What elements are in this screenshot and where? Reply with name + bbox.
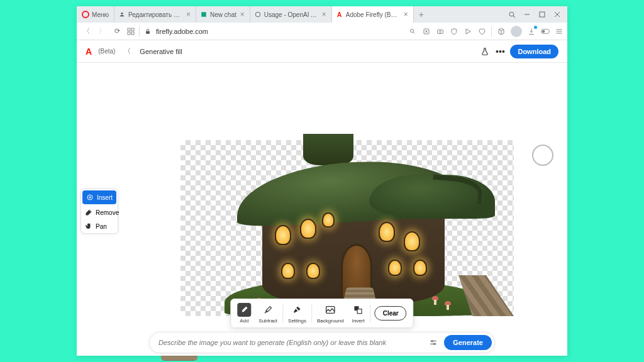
- svg-rect-12: [131, 32, 134, 35]
- browser-menu-button[interactable]: Меню: [77, 6, 114, 23]
- svg-line-15: [413, 32, 415, 34]
- prompt-settings-icon[interactable]: [428, 337, 439, 348]
- more-options-icon[interactable]: •••: [495, 47, 505, 57]
- shield-icon[interactable]: [450, 27, 458, 36]
- svg-rect-13: [146, 31, 150, 33]
- heart-icon[interactable]: [477, 27, 486, 36]
- find-icon[interactable]: [408, 27, 417, 36]
- svg-line-4: [513, 16, 515, 18]
- work-area: Insert Remove Pan: [77, 63, 567, 356]
- brush-label: Invert: [352, 318, 365, 324]
- close-icon[interactable]: ×: [185, 10, 192, 19]
- brush-add-icon: [237, 303, 251, 317]
- mode-label: Insert: [97, 194, 113, 201]
- lock-icon[interactable]: [143, 27, 152, 36]
- apps-icon[interactable]: [126, 27, 135, 36]
- generate-button[interactable]: Generate: [444, 335, 492, 350]
- tab-firefly[interactable]: A Adobe Firefly (Beta) ×: [332, 6, 414, 23]
- beta-label: (Beta): [98, 48, 115, 55]
- back-chevron[interactable]: 〈: [121, 47, 133, 56]
- remove-icon: [85, 209, 92, 216]
- mode-insert[interactable]: Insert: [82, 190, 116, 204]
- clear-button[interactable]: Clear: [375, 306, 407, 321]
- svg-rect-11: [128, 32, 130, 35]
- background-icon: [323, 303, 337, 317]
- beaker-icon[interactable]: [480, 47, 490, 57]
- select-background[interactable]: Background: [313, 302, 348, 325]
- download-button[interactable]: Download: [510, 45, 558, 58]
- prompt-bar: Generate: [149, 332, 495, 353]
- tab-title: Adobe Firefly (Beta): [346, 11, 400, 18]
- tab-edit-post[interactable]: Редактировать запись ‹М... ×: [114, 6, 196, 23]
- pan-icon: [85, 222, 92, 230]
- brush-subtract[interactable]: Subtract: [255, 302, 281, 325]
- url-text[interactable]: firefly.adobe.com/generate/inpaint: [156, 28, 404, 35]
- svg-rect-1: [201, 12, 206, 17]
- person-icon: [118, 11, 126, 18]
- reload-button[interactable]: ⟳: [112, 27, 123, 35]
- insert-icon: [86, 194, 94, 201]
- brush-label: Add: [240, 318, 248, 324]
- tab-openai-usage[interactable]: Usage - OpenAI API ×: [250, 6, 332, 23]
- browser-window: Меню Редактировать запись ‹М... × New ch…: [77, 6, 567, 356]
- tab-new-chat[interactable]: New chat ×: [196, 6, 250, 23]
- forward-button[interactable]: 〉: [96, 26, 108, 36]
- note-icon[interactable]: [422, 27, 431, 36]
- brush-subtract-icon: [261, 303, 275, 317]
- avatar[interactable]: [511, 26, 522, 37]
- camera-icon[interactable]: [436, 27, 445, 36]
- mode-remove[interactable]: Remove: [81, 206, 118, 219]
- mode-pan[interactable]: Pan: [81, 219, 118, 233]
- svg-point-14: [411, 29, 414, 32]
- toggle-icon[interactable]: [541, 27, 550, 36]
- svg-point-18: [440, 31, 441, 33]
- close-icon[interactable]: ×: [239, 10, 246, 19]
- new-tab-button[interactable]: +: [414, 6, 429, 23]
- mode-label: Remove: [96, 209, 119, 216]
- close-icon[interactable]: ×: [321, 10, 328, 19]
- menu-label: Меню: [92, 11, 109, 18]
- select-invert[interactable]: Invert: [348, 302, 369, 325]
- play-icon[interactable]: [464, 27, 472, 36]
- cube-icon[interactable]: [497, 27, 506, 36]
- tab-bar: Меню Редактировать запись ‹М... × New ch…: [77, 6, 567, 23]
- svg-point-0: [121, 13, 123, 14]
- back-button[interactable]: 〈: [80, 26, 92, 36]
- search-icon[interactable]: [504, 6, 519, 23]
- tab-title: Редактировать запись ‹М...: [128, 11, 182, 18]
- svg-rect-10: [131, 28, 134, 31]
- prompt-input[interactable]: [158, 339, 423, 346]
- svg-rect-9: [128, 28, 130, 31]
- svg-point-2: [255, 12, 260, 17]
- url-bar: 〈 〉 ⟳ firefly.adobe.com/generate/inpaint: [77, 23, 567, 40]
- brush-label: Settings: [288, 318, 306, 324]
- svg-rect-6: [540, 12, 545, 17]
- mode-toolbar: Insert Remove Pan: [80, 189, 118, 234]
- page-title: Generative fill: [140, 48, 182, 55]
- brush-settings[interactable]: Settings: [284, 302, 310, 325]
- downloads-icon[interactable]: [527, 27, 536, 36]
- brush-toolbar: Add Subtract Settings Background Invert …: [230, 299, 413, 328]
- tab-title: New chat: [210, 11, 236, 18]
- brush-label: Background: [317, 318, 344, 324]
- canvas[interactable]: [180, 140, 514, 316]
- openai-icon: [254, 11, 262, 18]
- adobe-logo: A: [86, 47, 92, 57]
- brush-add[interactable]: Add: [233, 302, 255, 325]
- brush-settings-icon: [291, 303, 304, 317]
- close-icon[interactable]: ×: [402, 10, 409, 19]
- maximize-button[interactable]: [535, 6, 550, 23]
- invert-icon: [352, 303, 365, 317]
- svg-point-34: [434, 343, 435, 344]
- opera-icon: [82, 11, 89, 18]
- svg-rect-30: [358, 309, 362, 314]
- close-window-button[interactable]: [550, 6, 565, 23]
- more-icon[interactable]: [555, 27, 564, 36]
- svg-point-32: [431, 341, 433, 342]
- tab-title: Usage - OpenAI API: [264, 11, 318, 18]
- adobe-icon: A: [336, 11, 343, 18]
- minimize-button[interactable]: [519, 6, 535, 23]
- app-header: A (Beta) 〈 Generative fill ••• Download: [77, 40, 567, 63]
- svg-rect-17: [438, 30, 443, 33]
- generated-image: [180, 140, 514, 316]
